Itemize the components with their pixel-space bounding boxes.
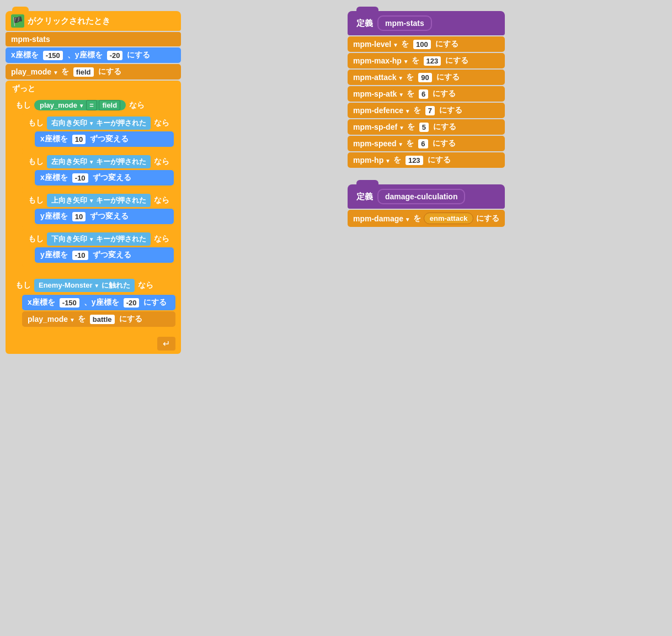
enm-attack-oval[interactable]: enm-attack: [424, 213, 474, 224]
loop-arrow: ↵: [157, 337, 175, 351]
down-arrow-key[interactable]: 下向き矢印 キーが押された: [47, 232, 151, 246]
define-mpm-stats-group: 定義 mpm-stats mpm-level を 100 にする mpm-max…: [348, 11, 505, 168]
right-arrow-key[interactable]: 右向き矢印 キーが押された: [47, 116, 151, 130]
stats-blocks: mpm-level を 100 にする mpm-max-hp を 123 にする…: [348, 36, 505, 168]
set-position-1[interactable]: x座標を -150 、y座標を -20 にする: [6, 47, 181, 63]
set-pos1-prefix: x座標を: [11, 50, 39, 60]
set-mpm-defence[interactable]: mpm-defence を 7 にする: [348, 103, 505, 118]
play-mode-condition: play_mode = field: [34, 100, 126, 110]
set-pos1-x[interactable]: -150: [43, 51, 63, 60]
set-mpm-damage[interactable]: mpm-damage を enm-attack にする: [348, 210, 505, 227]
play-mode-var: play_mode: [11, 67, 58, 76]
if-left-arrow: もし 左向き矢印 キーが押された なら x座標を -10 ずつ変える: [22, 152, 175, 189]
play-mode-wo: を: [61, 67, 69, 77]
green-flag-icon: 🏴: [11, 14, 24, 28]
left-section: 🏴 がクリックされたとき mpm-stats x座標を -150 、y座標を -…: [6, 11, 181, 355]
set-pos1-suffix: にする: [127, 50, 150, 60]
define-damage-hat[interactable]: 定義 damage-culculation: [348, 184, 505, 209]
key-blocks-group: もし 右向き矢印 キーが押された なら x座標を 10 ずつ変える: [22, 113, 175, 267]
mpm-stats-call[interactable]: mpm-stats: [6, 32, 181, 46]
up-arrow-key[interactable]: 上向き矢印 キーが押された: [47, 194, 151, 207]
set-pos1-y[interactable]: -20: [107, 51, 123, 60]
mpm-stats-name: mpm-stats: [377, 15, 432, 31]
if-enemy-monster: もし Enemy-Monster に触れた なら x座標を -150 、y座標を…: [9, 275, 177, 334]
change-y-10[interactable]: y座標を 10 ずつ変える: [35, 209, 174, 224]
define-damage-calc-group: 定義 damage-culculation mpm-damage を enm-a…: [348, 184, 505, 227]
forever-block: ずっと もし play_mode = field なら: [6, 81, 181, 354]
if-play-mode-block: もし play_mode = field なら もし: [9, 97, 177, 274]
move-right-body: x座標を 10 ずつ変える: [35, 131, 174, 147]
set-mpm-sp-atk[interactable]: mpm-sp-atk を 6 にする: [348, 86, 505, 102]
left-arrow-key[interactable]: 左向き矢印 キーが押された: [47, 155, 151, 168]
enemy-touch-body: x座標を -150 、y座標を -20 にする play_mode を batt…: [22, 295, 175, 327]
set-mpm-max-hp[interactable]: mpm-max-hp を 123 にする: [348, 53, 505, 68]
set-mpm-sp-def[interactable]: mpm-sp-def を 5 にする: [348, 119, 505, 135]
if-right-arrow: もし 右向き矢印 キーが押された なら x座標を 10 ずつ変える: [22, 113, 175, 151]
green-flag-label: がクリックされたとき: [28, 16, 110, 26]
set-pos1-middle: 、y座標を: [67, 50, 103, 60]
move-left-body: x座標を -10 ずつ変える: [35, 170, 174, 186]
define1-label: 定義: [356, 18, 373, 29]
define-mpm-stats-hat[interactable]: 定義 mpm-stats: [348, 11, 505, 35]
if-footer-2: [11, 328, 175, 332]
define2-label: 定義: [356, 192, 373, 202]
set-mpm-level[interactable]: mpm-level を 100 にする: [348, 36, 505, 52]
forever-label: ずっと: [8, 83, 179, 95]
set-play-mode-battle[interactable]: play_mode を battle にする: [22, 311, 175, 327]
set-mpm-speed[interactable]: mpm-speed を 6 にする: [348, 136, 505, 151]
move-up-body: y座標を 10 ずつ変える: [35, 209, 174, 224]
damage-calc-name: damage-culculation: [377, 189, 465, 204]
change-x-10[interactable]: x座標を 10 ずつ変える: [35, 131, 174, 147]
if-play-mode-header: もし play_mode = field なら: [11, 98, 175, 112]
change-x-neg10[interactable]: x座標を -10 ずつ変える: [35, 170, 174, 186]
change-y-neg10[interactable]: y座標を -10 ずつ変える: [35, 247, 174, 263]
if-footer-1: [11, 268, 175, 272]
move-down-body: y座標を -10 ずつ変える: [35, 247, 174, 263]
set-pos-battle[interactable]: x座標を -150 、y座標を -20 にする: [22, 295, 175, 310]
play-mode-val[interactable]: field: [73, 67, 94, 77]
mpm-stats-label: mpm-stats: [11, 35, 50, 44]
set-play-mode-1[interactable]: play_mode を field にする: [6, 64, 181, 80]
right-section: 定義 mpm-stats mpm-level を 100 にする mpm-max…: [348, 11, 505, 227]
set-mpm-attack[interactable]: mpm-attack を 90 にする: [348, 70, 505, 85]
enemy-monster-condition[interactable]: Enemy-Monster に触れた: [34, 279, 135, 292]
green-flag-block[interactable]: 🏴 がクリックされたとき: [6, 11, 181, 31]
if-down-arrow: もし 下向き矢印 キーが押された なら y座標を -10 ずつ変える: [22, 229, 175, 267]
set-mpm-hp[interactable]: mpm-hp を 123 にする: [348, 152, 505, 168]
if-up-arrow: もし 上向き矢印 キーが押された なら y座標を 10 ずつ変える: [22, 190, 175, 228]
loop-arrow-row: ↵: [8, 336, 179, 352]
play-mode-suffix: にする: [98, 67, 121, 77]
